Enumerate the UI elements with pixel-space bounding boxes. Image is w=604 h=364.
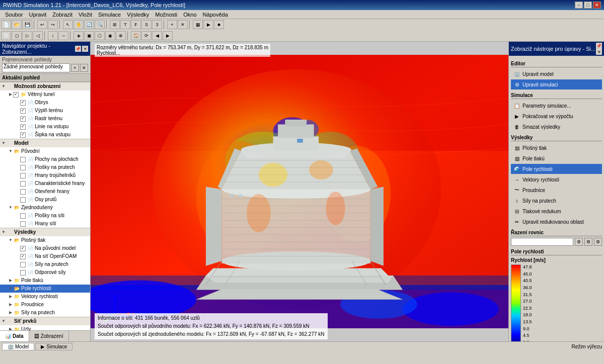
tree-item-sit_prvku[interactable]: ▼Síť prvků bbox=[0, 317, 90, 325]
parametry-simulace-btn[interactable]: 📋 Parametry simulace... bbox=[511, 101, 602, 111]
tree-cb-linie_vstupu[interactable] bbox=[20, 124, 26, 130]
tree-expand-visibility[interactable]: ▼ bbox=[1, 84, 6, 89]
right-panel-pin-icon[interactable]: 📌 bbox=[596, 43, 602, 49]
tree-expand-pole_tlaku[interactable]: ▶ bbox=[8, 278, 13, 283]
tb2-12[interactable]: 🏠 bbox=[131, 31, 141, 40]
tb-mesh[interactable]: ▦ bbox=[193, 20, 203, 29]
tree-item-otevrene_hrany[interactable]: 📄Otevřené hrany bbox=[0, 188, 90, 196]
tree-cb-vypln_terenu[interactable] bbox=[20, 108, 26, 114]
tb-save[interactable]: 💾 bbox=[22, 20, 32, 29]
tree-item-sily_na_prutech[interactable]: 📄Síly na prutech bbox=[0, 260, 90, 268]
vektory-rychlosti-btn[interactable]: → Vektory rychlostí bbox=[511, 174, 602, 185]
tree-expand-sily_na_prutech2[interactable]: ▶ bbox=[8, 310, 13, 315]
tree-cb-hrany_siti[interactable] bbox=[20, 221, 26, 227]
tree-expand-uzly[interactable]: ▶ bbox=[8, 327, 13, 330]
menu-moznosti[interactable]: Možnosti bbox=[152, 11, 180, 18]
tree-item-plochy_na_prutech[interactable]: 📄Plošky na prutech bbox=[0, 163, 90, 171]
tab-data[interactable]: 📊 Data bbox=[0, 331, 29, 341]
tree-expand-sily_na_prutech[interactable] bbox=[15, 262, 20, 267]
tb2-2[interactable]: ◻ bbox=[12, 31, 22, 40]
tb-redo[interactable]: ↪ bbox=[48, 20, 58, 29]
tree-item-plochy_na_plochach[interactable]: 📄Plochy na plochách bbox=[0, 155, 90, 163]
tree-item-hrany_siti[interactable]: 📄Hrany sítí bbox=[0, 220, 90, 228]
pokracovat-btn[interactable]: ▶ Pokračovat ve výpočtu bbox=[511, 111, 602, 121]
upravit-redukovanou-btn[interactable]: ✏ Upravit redukovanou oblast bbox=[511, 217, 602, 227]
tb-new[interactable]: 📄 bbox=[1, 20, 11, 29]
tb2-3[interactable]: ▷ bbox=[22, 31, 32, 40]
titlebar-close[interactable]: ✕ bbox=[593, 2, 601, 9]
smazat-btn[interactable]: 🗑 Smazat výsledky bbox=[511, 122, 602, 132]
tree-item-vypln_terenu[interactable]: 📄Výplň terénu bbox=[0, 107, 90, 115]
tb-view-top[interactable]: T bbox=[120, 20, 130, 29]
tree-expand-na_puvodni_model[interactable] bbox=[15, 246, 20, 251]
tree-item-visibility[interactable]: ▼Možnosti zobrazení bbox=[0, 82, 90, 90]
tree-expand-zjednoduseny[interactable]: ▼ bbox=[8, 205, 13, 210]
menu-napoveda[interactable]: Nápověda bbox=[200, 11, 231, 18]
upravit-simulaci-btn[interactable]: ⚙ Upravit simulaci bbox=[511, 79, 602, 89]
tree-expand-rastr_terenu[interactable] bbox=[15, 116, 20, 121]
titlebar-maximize[interactable]: □ bbox=[584, 2, 592, 9]
tree-item-osy_prutu[interactable]: 📄Osy prutů bbox=[0, 196, 90, 204]
tree-expand-model[interactable]: ▼ bbox=[1, 141, 6, 146]
tree-expand-otevrene_hrany[interactable] bbox=[15, 189, 20, 194]
left-panel-pin-icon[interactable]: 📌 bbox=[75, 46, 81, 52]
menu-vysledky[interactable]: Výsledky bbox=[124, 11, 152, 18]
tb-open[interactable]: 📂 bbox=[12, 20, 22, 29]
tree-expand-odporove_sily[interactable] bbox=[15, 270, 20, 275]
tb-fit[interactable]: ⊞ bbox=[110, 20, 120, 29]
tree-item-sipka_vstupu[interactable]: 📄Šipka na vstupu bbox=[0, 131, 90, 139]
tree-item-pole_rychlosti[interactable]: ▼📂Pole rychlostí bbox=[0, 285, 90, 293]
razeni-dropdown[interactable] bbox=[511, 238, 573, 246]
proudnice-btn[interactable]: 〜 Proudnice bbox=[511, 185, 602, 195]
tree-item-plochy_na_siti[interactable]: 📄Plošky na síti bbox=[0, 212, 90, 220]
tree-cb-rastr_terenu[interactable] bbox=[20, 116, 26, 122]
tree-cb-na_sit_openfoam[interactable] bbox=[20, 254, 26, 259]
tb2-7[interactable]: ◈ bbox=[73, 31, 84, 40]
left-panel-close-icon[interactable]: ✕ bbox=[82, 46, 88, 52]
tb-run[interactable]: ▶ bbox=[203, 20, 213, 29]
tlakove-redukum-btn[interactable]: ⊟ Tlakové redukum bbox=[511, 206, 602, 216]
tree-item-puvodni[interactable]: ▼📂Původní bbox=[0, 147, 90, 155]
tb-view-3d[interactable]: 3 bbox=[152, 20, 162, 29]
tree-item-zjednoduseny[interactable]: ▼📂Zjednodušený bbox=[0, 204, 90, 212]
tree-expand-osy_prutu[interactable] bbox=[15, 197, 20, 202]
tb2-15[interactable]: ▶ bbox=[163, 31, 173, 40]
tb-stop[interactable]: ■ bbox=[214, 20, 224, 29]
tree-expand-plochy_na_prutech[interactable] bbox=[15, 165, 20, 170]
tb2-4[interactable]: ◁ bbox=[33, 31, 43, 40]
tree-expand-puvodni[interactable]: ▼ bbox=[8, 149, 13, 154]
tb-pan[interactable]: ✋ bbox=[73, 20, 84, 29]
tree-expand-proudnice[interactable]: ▶ bbox=[8, 302, 13, 307]
views-btn-del[interactable]: ✕ bbox=[80, 64, 88, 72]
tb2-8[interactable]: ▣ bbox=[84, 31, 94, 40]
razeni-btn-del[interactable]: ⚙ bbox=[584, 238, 592, 246]
upravit-model-btn[interactable]: 🏢 Upravit model bbox=[511, 69, 602, 79]
tree-item-rastr_terenu[interactable]: 📄Rastr terénu bbox=[0, 115, 90, 123]
tree-expand-wind_tunnel[interactable]: ▶ bbox=[8, 92, 13, 97]
razeni-btn-settings[interactable]: ⚙ bbox=[594, 238, 602, 246]
menu-soubor[interactable]: Soubor bbox=[2, 11, 26, 18]
tree-item-charakteristicke_hrany[interactable]: 📄Charakteristické hrany bbox=[0, 179, 90, 188]
tree-cb-odporove_sily[interactable] bbox=[20, 270, 26, 276]
statusbar-tab-simulace[interactable]: ▶ Simulace bbox=[35, 343, 72, 350]
tree-expand-sit_prvku[interactable]: ▼ bbox=[1, 319, 6, 324]
tb-delete[interactable]: ✕ bbox=[178, 20, 188, 29]
tree-item-na_sit_openfoam[interactable]: 📄Na síť OpenFOAM bbox=[0, 252, 90, 260]
tree-item-model[interactable]: ▼Model bbox=[0, 139, 90, 147]
tb-view-side[interactable]: S bbox=[141, 20, 152, 29]
tree-expand-sipka_vstupu[interactable] bbox=[15, 132, 20, 137]
tree-cb-sily_na_prutech[interactable] bbox=[20, 262, 26, 267]
tree-expand-plochy_tlak[interactable]: ▼ bbox=[8, 238, 13, 243]
razeni-btn-add[interactable]: ⚙ bbox=[575, 238, 583, 246]
tb-add[interactable]: + bbox=[167, 20, 177, 29]
tb-undo[interactable]: ↩ bbox=[37, 20, 47, 29]
tree-item-wind_tunnel[interactable]: ▶📁Větrný tunel bbox=[0, 90, 90, 99]
tree-expand-plochy_na_plochach[interactable] bbox=[15, 157, 20, 162]
tree-expand-hrany_trojuhelniku[interactable] bbox=[15, 173, 20, 178]
tree-expand-hrany_siti[interactable] bbox=[15, 221, 20, 226]
tree-item-uzly[interactable]: ▶📁Uzly bbox=[0, 325, 90, 330]
menu-simulace[interactable]: Simulace bbox=[95, 11, 124, 18]
tree-cb-osy_prutu[interactable] bbox=[20, 197, 26, 203]
tree-item-plochy_tlak[interactable]: ▼📂Plošný tlak bbox=[0, 236, 90, 244]
tree-cb-obrys[interactable] bbox=[20, 100, 26, 106]
